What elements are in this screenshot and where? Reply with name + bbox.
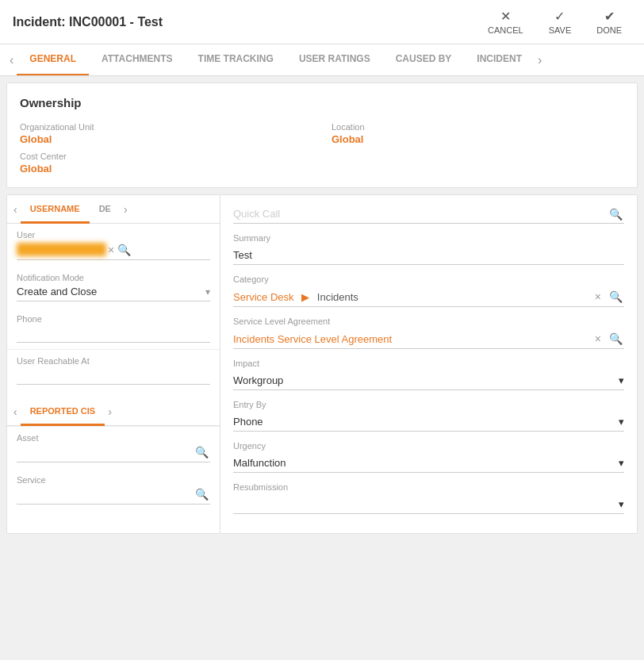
resubmission-wrapper: ▾ [233, 495, 624, 514]
save-label: SAVE [549, 25, 572, 35]
category-incidents: Incidents [317, 291, 358, 303]
tab-attachments[interactable]: ATTACHMENTS [89, 44, 186, 76]
service-label: Service [17, 475, 210, 485]
notification-mode-field: Notification Mode Create and Close Creat… [7, 267, 220, 308]
user-search-button[interactable]: 🔍 [116, 244, 132, 256]
quick-call-field: 🔍 [233, 205, 624, 224]
done-button[interactable]: ✔ DONE [587, 6, 631, 38]
asset-input-wrapper: 🔍 [17, 446, 210, 462]
sla-link[interactable]: Incidents Service Level Agreement [233, 333, 593, 345]
reported-cis-tabs: ‹ REPORTED CIS › [7, 397, 220, 426]
summary-input[interactable] [233, 246, 624, 264]
urgency-label: Urgency [233, 441, 624, 451]
service-input[interactable] [17, 489, 194, 501]
save-button[interactable]: ✓ SAVE [539, 6, 581, 38]
entry-by-select[interactable]: Phone Email Self Service Walk-in [233, 416, 619, 428]
service-search-button[interactable]: 🔍 [194, 488, 210, 501]
right-panel: 🔍 Summary Category Service Desk ▶ Incide… [220, 194, 638, 534]
category-text: Service Desk ▶ Incidents [233, 291, 593, 303]
user-field: User ████████ ███ × 🔍 [7, 224, 220, 267]
urgency-select[interactable]: Malfunction Low Medium High [233, 457, 619, 469]
sla-value-wrapper: Incidents Service Level Agreement × 🔍 [233, 329, 624, 349]
cost-center-field: Cost Center Global [20, 152, 624, 175]
left-tabs-next[interactable]: › [121, 203, 131, 216]
sub-tab-de[interactable]: DE [90, 195, 121, 224]
category-clear-button[interactable]: × [593, 290, 603, 303]
ownership-section: Ownership Organizational Unit Global Loc… [6, 82, 638, 188]
user-value: ████████ ███ [17, 243, 106, 256]
service-input-wrapper: 🔍 [17, 488, 210, 505]
user-reachable-input[interactable] [17, 369, 210, 385]
tab-time-tracking[interactable]: TIME TRACKING [186, 44, 286, 76]
category-field: Category Service Desk ▶ Incidents × 🔍 [233, 274, 624, 307]
summary-wrapper [233, 246, 624, 265]
sub-tab-username[interactable]: USERNAME [21, 195, 90, 224]
impact-field: Impact Workgroup Department Enterprise P… [233, 359, 624, 390]
org-unit-value: Global [20, 133, 312, 145]
sla-clear-button[interactable]: × [593, 332, 603, 345]
impact-select[interactable]: Workgroup Department Enterprise Person [233, 374, 619, 386]
done-label: DONE [596, 25, 622, 35]
tab-incident[interactable]: INCIDENT [464, 44, 535, 76]
tab-caused-by[interactable]: CAUSED BY [383, 44, 465, 76]
tab-general[interactable]: GENERAL [17, 44, 89, 76]
impact-chevron-icon: ▾ [619, 374, 624, 386]
sub-tab-reported-cis[interactable]: REPORTED CIS [21, 397, 105, 426]
left-tabs-prev[interactable]: ‹ [10, 203, 21, 216]
service-field: Service 🔍 [7, 469, 220, 511]
org-unit-field: Organizational Unit Global [20, 122, 312, 145]
phone-field: Phone [7, 308, 220, 350]
cancel-button[interactable]: ✕ CANCEL [478, 6, 533, 38]
summary-label: Summary [233, 233, 624, 243]
category-value-wrapper: Service Desk ▶ Incidents × 🔍 [233, 287, 624, 307]
cost-center-label: Cost Center [20, 152, 624, 161]
sla-search-button[interactable]: 🔍 [608, 332, 624, 345]
resubmission-select[interactable] [233, 498, 619, 510]
user-input-wrapper: ████████ ███ × 🔍 [17, 243, 210, 260]
notification-mode-wrapper: Create and Close Create Close Never ▾ [17, 286, 210, 301]
sla-field: Service Level Agreement Incidents Servic… [233, 317, 624, 349]
phone-input[interactable] [17, 327, 210, 343]
urgency-field: Urgency Malfunction Low Medium High ▾ [233, 441, 624, 473]
entry-by-label: Entry By [233, 400, 624, 409]
notification-mode-select[interactable]: Create and Close Create Close Never [17, 286, 205, 297]
asset-field: Asset 🔍 [7, 426, 220, 469]
category-service-desk: Service Desk [233, 291, 294, 303]
cost-center-value: Global [20, 163, 624, 175]
entry-by-wrapper: Phone Email Self Service Walk-in ▾ [233, 412, 624, 432]
tabs-next-button[interactable]: › [535, 53, 545, 67]
quick-call-input[interactable] [233, 205, 608, 223]
user-reachable-label: User Reachable At [17, 356, 210, 366]
reported-cis-next[interactable]: › [105, 405, 115, 418]
ownership-grid: Organizational Unit Global Location Glob… [20, 122, 624, 145]
quick-call-wrapper: 🔍 [233, 205, 624, 224]
impact-label: Impact [233, 359, 624, 368]
check-icon: ✓ [554, 9, 565, 24]
asset-label: Asset [17, 433, 210, 443]
impact-wrapper: Workgroup Department Enterprise Person ▾ [233, 371, 624, 390]
quick-call-search-button[interactable]: 🔍 [608, 208, 624, 221]
asset-search-button[interactable]: 🔍 [194, 446, 210, 459]
phone-label: Phone [17, 314, 210, 324]
cancel-label: CANCEL [488, 25, 523, 35]
entry-by-chevron-icon: ▾ [619, 416, 624, 428]
left-panel: ‹ USERNAME DE › User ████████ ███ × 🔍 No… [6, 194, 220, 534]
user-clear-button[interactable]: × [106, 244, 116, 256]
category-label: Category [233, 274, 624, 284]
entry-by-field: Entry By Phone Email Self Service Walk-i… [233, 400, 624, 432]
category-search-button[interactable]: 🔍 [608, 290, 624, 303]
tabs-bar: ‹ GENERAL ATTACHMENTS TIME TRACKING USER… [0, 44, 644, 76]
location-label: Location [332, 122, 624, 132]
header-actions: ✕ CANCEL ✓ SAVE ✔ DONE [478, 6, 631, 38]
resubmission-label: Resubmission [233, 482, 624, 492]
resubmission-chevron-icon: ▾ [619, 498, 624, 510]
summary-field: Summary [233, 233, 624, 265]
location-field: Location Global [332, 122, 624, 145]
reported-cis-prev[interactable]: ‹ [10, 405, 21, 418]
tabs-prev-button[interactable]: ‹ [6, 53, 17, 67]
asset-input[interactable] [17, 447, 194, 459]
header: Incident: INC00001 - Test ✕ CANCEL ✓ SAV… [0, 0, 644, 44]
resubmission-field: Resubmission ▾ [233, 482, 624, 514]
chevron-down-icon: ▾ [205, 286, 210, 297]
tab-user-ratings[interactable]: USER RATINGS [286, 44, 383, 76]
